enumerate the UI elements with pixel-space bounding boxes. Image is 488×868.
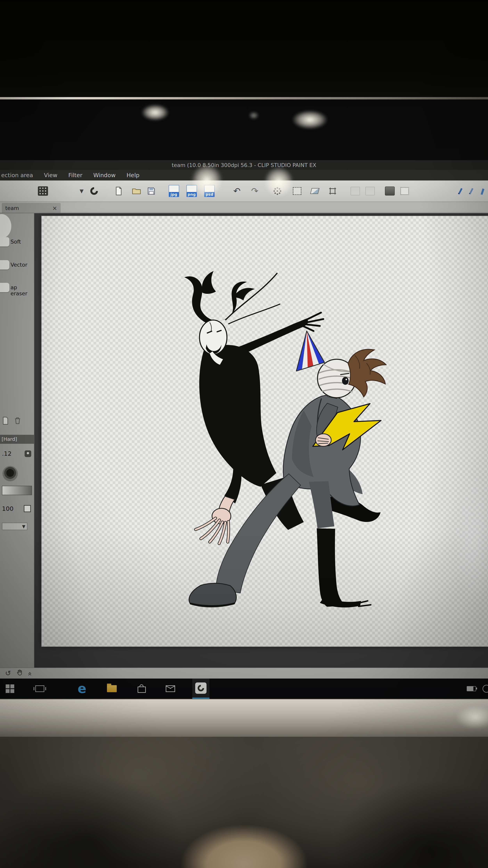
drawing-canvas[interactable] — [41, 216, 488, 647]
clip-studio-logo-icon[interactable] — [89, 186, 100, 196]
disabled-tool-icon — [350, 186, 361, 196]
workspace: Soft Vector ap eraser [Hard] .12 — [0, 213, 488, 668]
canvas-tab-label: team — [5, 205, 19, 211]
chevron-down-icon: ▼ — [22, 524, 25, 529]
edge-browser-icon[interactable]: e — [76, 679, 88, 699]
hand-tool-icon[interactable] — [16, 669, 24, 678]
png-label: png — [187, 192, 197, 197]
jpg-label: jpg — [169, 192, 179, 197]
disabled-tool-icon — [365, 186, 376, 196]
task-view-button[interactable] — [35, 679, 44, 699]
brush-tip-preview[interactable] — [3, 466, 18, 481]
setting-dropdown[interactable]: ▼ — [2, 523, 27, 530]
subtool-item-bitmap-eraser[interactable]: ap eraser — [0, 282, 34, 292]
file-explorer-icon[interactable] — [107, 679, 117, 699]
save-button[interactable] — [146, 186, 157, 196]
start-button[interactable] — [5, 679, 14, 699]
battery-icon[interactable] — [466, 679, 476, 699]
pen-tool-icon[interactable] — [455, 186, 466, 196]
export-png-button[interactable]: png — [186, 186, 197, 196]
menu-selection-area[interactable]: ection area — [0, 172, 38, 179]
brush-size-value: .12 — [2, 450, 11, 457]
lap-and-floor — [0, 737, 488, 868]
mail-icon[interactable] — [166, 679, 175, 699]
gradient-button-icon[interactable] — [384, 186, 395, 196]
main-menu-grid-button[interactable] — [37, 186, 48, 196]
menu-filter[interactable]: Filter — [63, 172, 88, 179]
subtool-item-vector[interactable]: Vector — [0, 260, 34, 270]
trash-icon[interactable] — [14, 416, 22, 425]
menu-bar: ection area View Filter Window Help — [0, 170, 488, 181]
tool-icon-partial — [0, 214, 11, 238]
subtool-label: Vector — [10, 262, 27, 268]
palette-mini-toolbar — [2, 416, 22, 425]
character-illustration — [151, 261, 388, 615]
rotate-reset-icon[interactable]: ↺ — [5, 670, 11, 677]
close-icon[interactable]: × — [52, 205, 57, 212]
brush-group-label[interactable]: [Hard] — [0, 435, 34, 444]
clock-tray-icon[interactable] — [483, 679, 488, 699]
redo-icon[interactable]: ↷ — [249, 186, 260, 196]
canvas-tab-team[interactable]: team × — [2, 203, 61, 213]
subtool-label: ap eraser — [10, 284, 34, 297]
dotted-selection-icon[interactable] — [399, 186, 410, 196]
photo-of-tablet: team (10.0 8.50in 300dpi 56.3 - CLIP STU… — [0, 0, 488, 868]
opacity-checkbox[interactable] — [24, 505, 31, 512]
window-title: team (10.0 8.50in 300dpi 56.3 - CLIP STU… — [172, 162, 317, 168]
tool-subpalette: Soft Vector ap eraser [Hard] .12 — [0, 213, 34, 668]
tablet-top-edge — [0, 97, 488, 99]
tablet-screen: team (10.0 8.50in 300dpi 56.3 - CLIP STU… — [0, 99, 488, 699]
chevron-down-icon[interactable]: ▼ — [78, 186, 86, 196]
airbrush-tool-icon[interactable] — [477, 186, 488, 196]
clip-studio-swirl-icon — [195, 682, 206, 694]
undo-icon[interactable]: ↶ — [231, 186, 242, 196]
brush-size-row[interactable]: .12 — [0, 449, 34, 459]
selection-marquee-icon[interactable] — [292, 186, 302, 196]
gradient-swatch[interactable] — [2, 486, 32, 495]
brush-tool-icon[interactable] — [466, 186, 477, 196]
windows-taskbar: e — [0, 679, 488, 699]
collapse-panel-icon[interactable]: « — [27, 672, 34, 675]
tablet-bottom-bezel — [0, 699, 488, 737]
subtool-icon — [0, 283, 9, 292]
move-tool-icon[interactable] — [272, 186, 283, 196]
app-status-bar: ↺ « — [0, 668, 488, 679]
crop-frame-icon[interactable] — [327, 186, 338, 196]
subtool-icon — [0, 260, 9, 270]
screen-black-area — [0, 99, 488, 160]
subtool-item-soft[interactable]: Soft — [0, 237, 34, 247]
opacity-row[interactable]: 100 — [0, 504, 34, 514]
dark-room-background — [0, 0, 488, 97]
export-jpg-button[interactable]: jpg — [168, 186, 180, 196]
new-document-button[interactable] — [113, 186, 124, 196]
opacity-value: 100 — [2, 505, 13, 512]
eraser-tool-icon[interactable] — [310, 186, 320, 196]
open-file-button[interactable] — [131, 186, 142, 196]
export-psd-button[interactable]: psd — [204, 186, 215, 196]
subtool-label: Soft — [10, 239, 21, 245]
canvas-tab-bar: team × — [0, 202, 488, 213]
clip-studio-taskbar-icon[interactable] — [192, 679, 209, 699]
store-icon[interactable] — [137, 679, 146, 699]
psd-label: psd — [204, 192, 214, 197]
subtool-icon — [0, 237, 9, 247]
menu-help[interactable]: Help — [121, 172, 145, 179]
new-page-icon[interactable] — [2, 416, 9, 425]
menu-window[interactable]: Window — [88, 172, 121, 179]
stamp-icon[interactable] — [25, 451, 31, 457]
command-bar: ▼ jpg png psd ↶ ↷ — [0, 181, 488, 202]
window-titlebar: team (10.0 8.50in 300dpi 56.3 - CLIP STU… — [0, 160, 488, 170]
menu-view[interactable]: View — [38, 172, 63, 179]
